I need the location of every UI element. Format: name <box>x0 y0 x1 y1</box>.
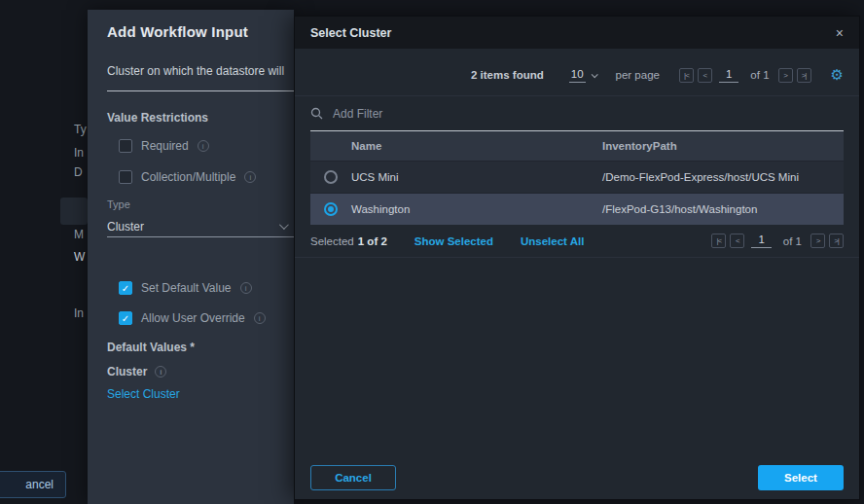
cluster-inventory-path: /FlexPod-G13/host/Washington <box>602 203 844 215</box>
close-icon[interactable]: × <box>836 26 844 40</box>
selection-bar: Selected1 of 2 Show Selected Unselect Al… <box>295 225 859 258</box>
name-column-header: Name <box>351 140 602 152</box>
required-label: Required <box>141 139 189 153</box>
first-page-button[interactable]: |< <box>679 68 694 83</box>
info-icon: i <box>198 140 209 152</box>
selected-count-text: Selected1 of 2 <box>310 235 387 247</box>
type-label: Type <box>107 198 130 210</box>
page-count-label: of 1 <box>783 235 802 247</box>
default-values-heading: Default Values * <box>107 341 195 354</box>
required-checkbox-row[interactable]: Required i <box>119 139 209 153</box>
add-filter-input[interactable] <box>333 107 844 121</box>
panel-title: Add Workflow Input <box>107 23 248 40</box>
settings-gear-icon[interactable]: ⚙ <box>831 66 844 84</box>
allow-user-override-label: Allow User Override <box>141 311 245 325</box>
info-icon: i <box>254 312 266 324</box>
dialog-body: 2 items found 10 per page |< < 1 of 1 > … <box>295 49 859 499</box>
allow-user-override-checkbox-row[interactable]: ✓ Allow User Override i <box>119 311 266 325</box>
obscured-field <box>60 198 88 225</box>
select-button[interactable]: Select <box>758 465 844 490</box>
info-icon: i <box>240 282 252 294</box>
chevron-down-icon <box>591 71 597 78</box>
cluster-name: UCS Mini <box>351 171 602 183</box>
per-page-label: per page <box>616 69 660 81</box>
add-workflow-input-panel: Add Workflow Input Cluster on which the … <box>88 10 294 504</box>
input-description-value: Cluster on which the datastore will <box>107 56 294 78</box>
per-page-value: 10 <box>569 68 586 83</box>
required-checkbox[interactable] <box>119 139 132 153</box>
table-header-row: Name InventoryPath <box>310 131 844 161</box>
top-pagination: |< < 1 of 1 > >| <box>679 68 811 83</box>
set-default-value-label: Set Default Value <box>141 281 232 295</box>
cancel-button[interactable]: Cancel <box>310 465 396 490</box>
previous-page-button[interactable]: < <box>730 234 744 248</box>
bottom-pagination: |< < 1 of 1 > >| <box>711 234 844 248</box>
dialog-header: Select Cluster × <box>295 17 859 49</box>
set-default-value-checkbox[interactable]: ✓ <box>119 281 132 295</box>
per-page-select[interactable]: 10 <box>569 68 596 83</box>
show-selected-link[interactable]: Show Selected <box>414 235 493 247</box>
info-icon: i <box>244 171 256 183</box>
type-select[interactable]: Cluster <box>107 216 294 237</box>
next-page-button[interactable]: > <box>778 68 793 83</box>
obscured-label: D <box>74 165 83 179</box>
filter-bar <box>310 96 844 131</box>
items-found-text: 2 items found <box>471 69 544 81</box>
page-count-label: of 1 <box>750 69 769 81</box>
info-icon: i <box>155 366 166 378</box>
cluster-field-label-row: Cluster i <box>107 365 166 378</box>
select-cluster-link[interactable]: Select Cluster <box>107 387 180 401</box>
cluster-name: Washington <box>351 203 602 215</box>
radio-button-selected[interactable] <box>324 202 338 216</box>
allow-user-override-checkbox[interactable]: ✓ <box>119 311 132 325</box>
last-page-button[interactable]: >| <box>829 234 844 248</box>
obscured-label: In <box>74 306 84 320</box>
obscured-value: W <box>74 250 85 264</box>
dialog-footer: Cancel Select <box>310 465 844 490</box>
collection-multiple-checkbox[interactable] <box>119 170 132 184</box>
obscured-label-input: In <box>74 146 84 160</box>
table-toolbar: 2 items found 10 per page |< < 1 of 1 > … <box>295 66 859 96</box>
current-page-input[interactable]: 1 <box>751 234 771 248</box>
inventorypath-column-header: InventoryPath <box>602 140 844 152</box>
last-page-button[interactable]: >| <box>797 68 811 83</box>
current-page-input[interactable]: 1 <box>719 68 738 83</box>
table-row-washington[interactable]: Washington /FlexPod-G13/host/Washington <box>310 193 844 225</box>
screen: Ty In D M W In ancel Add Workflow Input … <box>0 0 864 504</box>
set-default-value-checkbox-row[interactable]: ✓ Set Default Value i <box>119 281 252 295</box>
chevron-down-icon <box>279 220 289 230</box>
previous-page-button[interactable]: < <box>698 68 712 83</box>
unselect-all-link[interactable]: Unselect All <box>521 235 584 247</box>
collection-multiple-label: Collection/Multiple <box>141 170 235 184</box>
search-icon <box>310 107 323 120</box>
obscured-label-type: Ty <box>74 123 87 136</box>
dialog-title: Select Cluster <box>310 26 391 40</box>
input-description-field[interactable]: Cluster on which the datastore will <box>107 56 294 91</box>
collection-multiple-checkbox-row[interactable]: Collection/Multiple i <box>119 170 256 184</box>
radio-button[interactable] <box>324 170 338 184</box>
cluster-inventory-path: /Demo-FlexPod-Express/host/UCS Mini <box>602 171 844 183</box>
cluster-table: Name InventoryPath UCS Mini /Demo-FlexPo… <box>310 131 844 225</box>
select-cluster-dialog: Select Cluster × 2 items found 10 per pa… <box>294 16 860 500</box>
next-page-button[interactable]: > <box>810 234 825 248</box>
selected-count: 1 of 2 <box>358 235 387 247</box>
underlying-cancel-button[interactable]: ancel <box>0 471 66 498</box>
type-value: Cluster <box>107 220 144 234</box>
first-page-button[interactable]: |< <box>711 234 726 248</box>
obscured-label: M <box>74 228 84 241</box>
cluster-field-label: Cluster <box>107 365 147 378</box>
table-row-ucs-mini[interactable]: UCS Mini /Demo-FlexPod-Express/host/UCS … <box>310 161 844 193</box>
value-restrictions-heading: Value Restrictions <box>107 111 208 125</box>
selected-prefix: Selected <box>310 235 354 247</box>
